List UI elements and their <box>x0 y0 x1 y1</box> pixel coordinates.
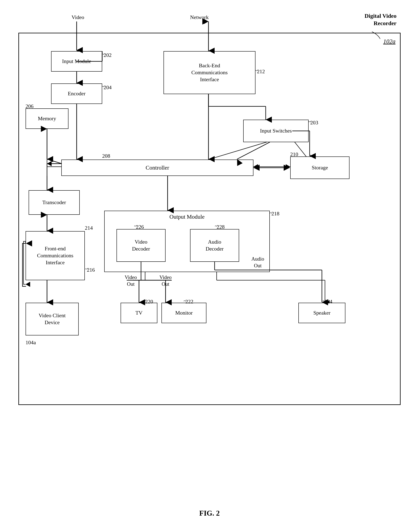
ref-202: 202 <box>104 52 112 58</box>
back-end-comm-block: Back-End Communications Interface <box>164 51 255 94</box>
tilde-226: ~ <box>134 223 137 229</box>
video-decoder-block: Video Decoder <box>117 229 165 262</box>
network-label: Network <box>190 14 209 20</box>
ref-210: 210 <box>290 151 298 157</box>
monitor-block: Monitor <box>162 303 206 323</box>
ref-216: 216 <box>87 267 95 273</box>
video-client-block: Video Client Device <box>26 303 79 335</box>
video-out-2-label: VideoOut <box>159 274 172 287</box>
audio-decoder-block: Audio Decoder <box>190 229 239 262</box>
ref-226: 226 <box>136 224 144 230</box>
diagram: Video Network Digital VideoRecorder 102a <box>12 8 407 524</box>
tilde-228: ~ <box>215 223 218 229</box>
audio-out-label: AudioOut <box>251 256 264 269</box>
ref-203: 203 <box>310 120 318 126</box>
transcoder-block: Transcoder <box>29 190 80 215</box>
ref-222: 222 <box>185 299 193 305</box>
speaker-block: Speaker <box>298 303 345 323</box>
controller-block: Controller <box>61 159 254 176</box>
dvr-title: Digital VideoRecorder <box>365 12 396 27</box>
video-out-1-label: VideoOut <box>125 274 137 287</box>
tilde-204: ~ <box>102 83 105 90</box>
ref-104a: 104a <box>26 340 36 346</box>
tilde-216: ~ <box>85 266 88 272</box>
ref-218: 218 <box>271 211 279 217</box>
input-module-block: Input Module <box>51 51 102 72</box>
front-end-comm-block: Front-end Communications Interface <box>26 231 85 280</box>
tilde-212: ~ <box>255 67 258 74</box>
video-label: Video <box>72 14 84 20</box>
tilde-222: ~ <box>183 298 186 304</box>
ref-102a: 102a <box>383 38 395 45</box>
tilde-218: ~ <box>270 210 272 216</box>
tilde-203: ~ <box>308 119 311 125</box>
ref-204: 204 <box>104 84 112 91</box>
ref-228: 228 <box>217 224 225 230</box>
ref-208: 208 <box>102 153 110 159</box>
encoder-block: Encoder <box>51 83 102 104</box>
ref-220: 220 <box>145 299 153 305</box>
ref-224: 224 <box>324 299 332 305</box>
memory-block: Memory <box>26 109 68 129</box>
ref-212: 212 <box>257 68 265 75</box>
ref-206: 206 <box>26 103 33 110</box>
tilde-220: ~ <box>143 298 146 304</box>
tilde-224: ~ <box>323 298 325 304</box>
ref-214: 214 <box>85 225 93 231</box>
tv-block: TV <box>120 303 157 323</box>
fig-label: FIG. 2 <box>199 509 220 517</box>
tilde-202: ~ <box>102 51 105 57</box>
input-switches-block: Input Switches <box>243 120 309 142</box>
storage-block: Storage <box>290 156 349 179</box>
